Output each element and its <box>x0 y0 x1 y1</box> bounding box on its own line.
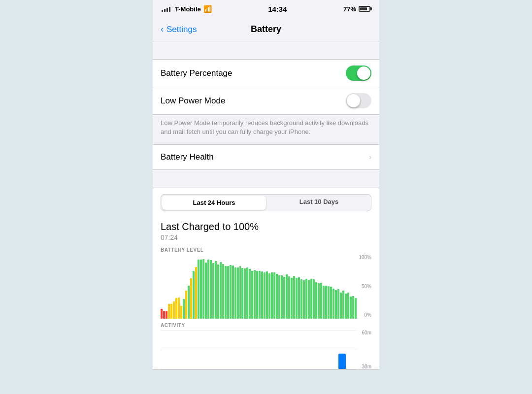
battery-bar <box>318 283 320 319</box>
battery-bar <box>291 278 293 319</box>
battery-bar <box>256 271 258 319</box>
battery-bar <box>205 263 207 319</box>
battery-bar <box>328 286 330 319</box>
battery-bar <box>266 271 268 319</box>
battery-bar <box>193 271 195 319</box>
battery-bar <box>315 282 317 319</box>
battery-bar <box>296 278 298 319</box>
battery-bar <box>259 271 261 319</box>
battery-bar <box>241 268 243 319</box>
battery-bar <box>293 276 295 319</box>
grid-line-mid <box>161 350 357 350</box>
battery-bar <box>278 275 280 319</box>
battery-bar <box>188 286 190 319</box>
top-spacer <box>153 41 379 59</box>
battery-bar <box>254 270 256 319</box>
page-title: Battery <box>251 24 281 34</box>
activity-y-labels: 60m 30m <box>362 330 371 369</box>
charge-time: 07:24 <box>161 233 371 241</box>
battery-bar <box>166 311 167 319</box>
charge-title: Last Charged to 100% <box>161 221 371 232</box>
battery-bar <box>227 266 229 319</box>
battery-bar <box>276 274 278 319</box>
battery-bar <box>308 280 310 319</box>
back-button[interactable]: ‹ Settings <box>161 24 197 34</box>
battery-chart-bars: 100% 50% 0% <box>161 255 371 319</box>
low-power-mode-label: Low Power Mode <box>161 96 225 106</box>
low-power-mode-row: Low Power Mode <box>153 87 379 114</box>
battery-bar <box>198 260 200 319</box>
grid-line-top <box>161 330 357 330</box>
settings-card-health[interactable]: Battery Health › <box>153 144 379 170</box>
battery-bar <box>168 304 170 319</box>
battery-bar <box>355 298 357 319</box>
battery-health-row[interactable]: Battery Health › <box>153 145 379 169</box>
bar-group <box>161 255 371 319</box>
activity-label: ACTIVITY <box>161 323 371 328</box>
battery-bar <box>330 287 332 319</box>
battery-bar <box>180 306 182 319</box>
battery-bar <box>320 283 322 319</box>
battery-bar <box>323 286 325 319</box>
low-power-mode-toggle[interactable] <box>346 93 371 108</box>
battery-bar <box>215 261 217 319</box>
battery-bar <box>163 311 165 319</box>
battery-bar <box>212 263 214 319</box>
battery-bar <box>264 272 266 319</box>
battery-bar <box>234 267 236 319</box>
battery-bar <box>342 291 344 319</box>
battery-bar <box>335 290 337 319</box>
battery-percent-label: 77% <box>343 5 356 13</box>
navigation-bar: ‹ Settings Battery <box>153 18 379 41</box>
battery-bar <box>190 278 192 319</box>
segmented-control[interactable]: Last 24 Hours Last 10 Days <box>161 194 371 211</box>
battery-percentage-label: Battery Percentage <box>161 68 233 78</box>
low-power-helper-text: Low Power Mode temporarily reduces backg… <box>153 115 379 144</box>
chevron-right-icon: › <box>369 153 371 162</box>
toggle-thumb-low-power <box>347 94 360 107</box>
battery-bar <box>261 271 263 319</box>
battery-bar <box>347 293 349 319</box>
battery-bar <box>305 279 307 319</box>
battery-bar <box>202 259 204 319</box>
battery-bar <box>195 267 197 319</box>
signal-icon <box>162 6 170 12</box>
status-right: 77% <box>343 5 370 13</box>
battery-bar <box>251 271 253 319</box>
battery-bar <box>281 275 283 319</box>
battery-bar <box>200 260 202 319</box>
segment-10d[interactable]: Last 10 Days <box>267 195 371 211</box>
battery-bar <box>325 286 327 319</box>
battery-bar <box>332 289 334 319</box>
battery-bar <box>217 264 219 319</box>
battery-bar <box>210 260 212 319</box>
battery-bar <box>337 289 339 319</box>
battery-bar <box>225 266 227 319</box>
y-label-0: 0% <box>359 312 371 318</box>
battery-level-label: BATTERY LEVEL <box>161 247 371 253</box>
battery-bar <box>175 298 177 319</box>
segment-24h[interactable]: Last 24 Hours <box>162 196 266 210</box>
battery-bar <box>161 309 163 319</box>
y-label-100: 100% <box>359 255 371 260</box>
time-display: 14:34 <box>268 5 287 13</box>
charge-info: Last Charged to 100% 07:24 <box>153 217 379 243</box>
battery-bar <box>237 267 239 319</box>
battery-bar <box>222 264 224 319</box>
activity-bar <box>338 354 346 369</box>
battery-bar <box>352 296 354 319</box>
carrier-label: T-Mobile <box>175 5 201 13</box>
battery-percentage-toggle[interactable] <box>346 66 371 81</box>
battery-percentage-row: Battery Percentage <box>153 60 379 87</box>
y-label-50: 50% <box>359 284 371 289</box>
back-label: Settings <box>166 25 197 34</box>
battery-bar <box>283 277 285 319</box>
wifi-icon: 📶 <box>203 5 212 13</box>
chart-section: Last 24 Hours Last 10 Days Last Charged … <box>153 188 379 370</box>
battery-bar <box>268 273 270 319</box>
activity-y-60: 60m <box>362 330 371 335</box>
battery-level-chart: BATTERY LEVEL 100% 50% 0% <box>153 243 379 319</box>
battery-bar <box>185 291 187 319</box>
status-left: T-Mobile 📶 <box>162 5 212 13</box>
battery-bar <box>286 274 288 319</box>
